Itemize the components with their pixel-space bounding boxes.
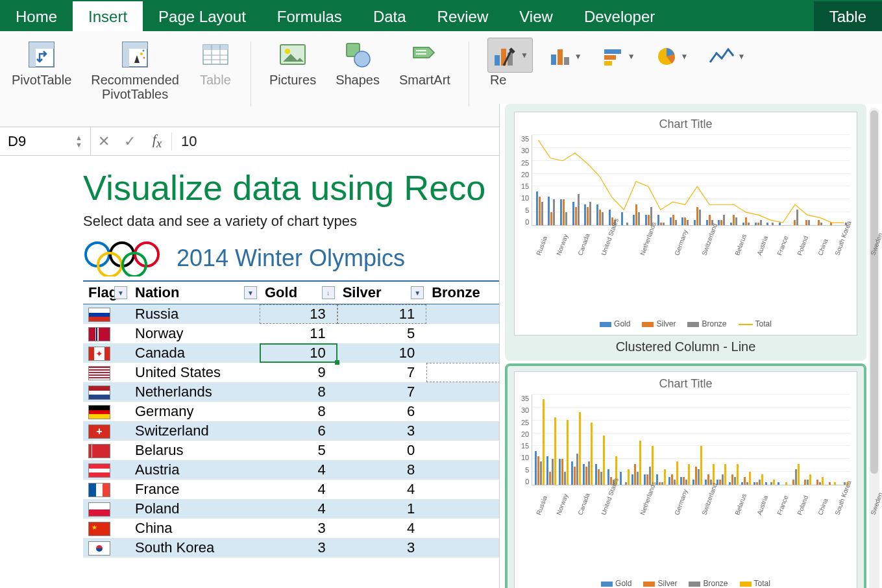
gold-cell[interactable]: 8 [260, 402, 337, 421]
recommended-pivottables-button[interactable]: Recommended PivotTables [87, 36, 183, 103]
col-nation[interactable]: Nation▼ [130, 281, 260, 304]
scrollbar-thumb[interactable] [870, 110, 878, 474]
recommended-charts-button[interactable]: ▼ Re ▼ ▼ ▼ ▼ [484, 36, 753, 88]
tab-data[interactable]: Data [358, 1, 422, 31]
gold-cell[interactable]: 13 [260, 304, 337, 325]
flag-cell [83, 480, 130, 499]
column-chart-button[interactable]: ▼ [546, 43, 586, 70]
ribbon-tabs: HomeInsertPage LayoutFormulasDataReviewV… [0, 0, 882, 31]
svg-rect-27 [604, 49, 621, 54]
pictures-button[interactable]: Pictures [265, 36, 320, 88]
filter-button[interactable]: ↓ [322, 286, 335, 299]
cancel-formula-button[interactable]: ✕ [91, 133, 117, 150]
chart-title: Chart Title [521, 377, 850, 391]
chart-recommendation-card[interactable]: Chart Title35302520151050RussiaNorwayCan… [505, 104, 866, 361]
svg-rect-2 [29, 42, 36, 67]
silver-cell[interactable]: 10 [337, 343, 426, 363]
line-chart-button[interactable]: ▼ [705, 43, 749, 70]
gold-cell[interactable]: 8 [260, 382, 337, 402]
chart-preview: Chart Title35302520151050RussiaNorwayCan… [514, 371, 857, 588]
gold-cell[interactable]: 4 [260, 460, 337, 480]
gold-cell[interactable]: 3 [260, 519, 337, 538]
tab-insert[interactable]: Insert [73, 1, 143, 31]
shapes-button[interactable]: Shapes [332, 36, 384, 88]
svg-rect-25 [557, 49, 563, 65]
gold-cell[interactable]: 3 [260, 538, 337, 557]
svg-point-16 [285, 49, 290, 54]
x-axis-labels: RussiaNorwayCanadaUnited StatesNetherlan… [538, 505, 850, 546]
silver-cell[interactable]: 7 [337, 363, 426, 382]
chart-recommendation-card[interactable]: Chart Title35302520151050RussiaNorwayCan… [505, 363, 866, 588]
formula-input[interactable]: 10 [172, 133, 197, 150]
nation-cell[interactable]: Germany [130, 402, 260, 421]
silver-cell[interactable]: 8 [337, 460, 426, 480]
filter-button[interactable]: ▼ [411, 286, 424, 299]
nation-cell[interactable]: Canada [130, 343, 260, 363]
flag-cell [83, 402, 130, 421]
column-chart-wand-icon [492, 42, 518, 68]
gold-cell[interactable]: 10 [260, 343, 337, 363]
svg-point-8 [143, 50, 145, 52]
filter-button[interactable]: ▼ [114, 286, 127, 299]
tab-table-context[interactable]: Table [814, 1, 882, 31]
gold-cell[interactable]: 6 [260, 421, 337, 441]
accept-formula-button[interactable]: ✓ [117, 133, 143, 150]
silver-cell[interactable]: 11 [337, 304, 426, 325]
line-chart-icon [709, 47, 735, 66]
tab-page-layout[interactable]: Page Layout [143, 1, 262, 31]
nation-cell[interactable]: Switzerland [130, 421, 260, 441]
chart-legend: GoldSilverBronzeTotal [521, 546, 850, 588]
silver-cell[interactable]: 5 [337, 324, 426, 343]
flag-cell: ✦ [83, 343, 130, 363]
gold-cell[interactable]: 11 [260, 324, 337, 343]
smartart-button[interactable]: SmartArt [395, 36, 454, 88]
silver-cell[interactable]: 1 [337, 499, 426, 519]
pie-chart-button[interactable]: ▼ [652, 43, 692, 70]
nation-cell[interactable]: Netherlands [130, 382, 260, 402]
pivottable-button[interactable]: PivotTable [8, 36, 75, 88]
silver-cell[interactable]: 3 [337, 421, 426, 441]
check-icon: ✓ [124, 133, 136, 149]
nation-cell[interactable]: China [130, 519, 260, 538]
table-button[interactable]: Table [195, 36, 236, 88]
col-silver[interactable]: Silver▼ [337, 281, 426, 304]
tab-home[interactable]: Home [0, 1, 73, 31]
silver-cell[interactable]: 4 [337, 519, 426, 538]
plot-area [532, 135, 850, 226]
flag-cell [83, 363, 130, 382]
recommended-charts-panel: Chart Title35302520151050RussiaNorwayCan… [499, 104, 882, 588]
name-box-stepper[interactable]: ▲▼ [75, 134, 82, 149]
silver-cell[interactable]: 0 [337, 441, 426, 460]
gold-cell[interactable]: 9 [260, 363, 337, 382]
chart-types-row: ▼ ▼ ▼ ▼ [546, 38, 750, 70]
nation-cell[interactable]: United States [130, 363, 260, 382]
flag-cell [83, 304, 130, 325]
tab-review[interactable]: Review [422, 1, 504, 31]
nation-cell[interactable]: Austria [130, 460, 260, 480]
tab-view[interactable]: View [504, 1, 569, 31]
gold-cell[interactable]: 4 [260, 499, 337, 519]
gold-cell[interactable]: 5 [260, 441, 337, 460]
col-flag[interactable]: Flag▼ [83, 281, 130, 304]
gold-cell[interactable]: 4 [260, 480, 337, 499]
silver-cell[interactable]: 4 [337, 480, 426, 499]
nation-cell[interactable]: Belarus [130, 441, 260, 460]
fx-label[interactable]: fx [143, 131, 171, 151]
nation-cell[interactable]: Norway [130, 324, 260, 343]
name-box[interactable]: D9 ▲▼ [0, 127, 91, 155]
nation-cell[interactable]: France [130, 480, 260, 499]
bar-chart-button[interactable]: ▼ [599, 43, 639, 70]
silver-cell[interactable]: 3 [337, 538, 426, 557]
nation-cell[interactable]: Russia [130, 304, 260, 325]
tab-formulas[interactable]: Formulas [262, 1, 358, 31]
chevron-down-icon: ▼ [737, 52, 745, 61]
filter-button[interactable]: ▼ [244, 286, 257, 299]
col-gold[interactable]: Gold↓ [260, 281, 337, 304]
nation-cell[interactable]: Poland [130, 499, 260, 519]
tab-developer[interactable]: Developer [569, 1, 670, 31]
nation-cell[interactable]: South Korea [130, 538, 260, 557]
recommended-charts-icon-button[interactable]: ▼ [487, 38, 533, 73]
silver-cell[interactable]: 7 [337, 382, 426, 402]
silver-cell[interactable]: 6 [337, 402, 426, 421]
pictures-icon [276, 38, 310, 71]
